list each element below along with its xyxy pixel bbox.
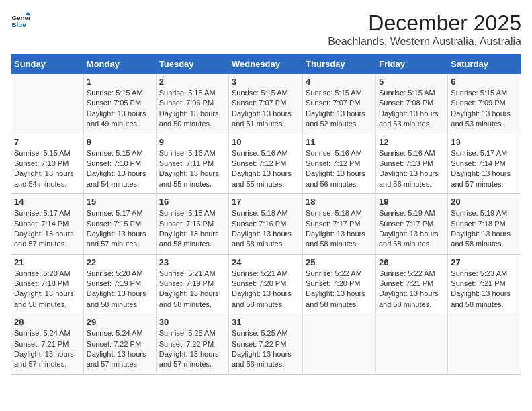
day-number: 19 — [379, 197, 445, 207]
day-number: 4 — [306, 77, 373, 87]
calendar-cell: 30Sunrise: 5:25 AM Sunset: 7:22 PM Dayli… — [156, 314, 228, 375]
days-header-row: SundayMondayTuesdayWednesdayThursdayFrid… — [11, 55, 521, 74]
day-number: 24 — [232, 257, 300, 267]
week-row-4: 28Sunrise: 5:24 AM Sunset: 7:21 PM Dayli… — [11, 314, 521, 375]
cell-content: Sunrise: 5:15 AM Sunset: 7:07 PM Dayligh… — [306, 88, 373, 130]
calendar-cell: 16Sunrise: 5:18 AM Sunset: 7:16 PM Dayli… — [156, 194, 228, 255]
day-number: 23 — [159, 257, 226, 267]
calendar-cell: 22Sunrise: 5:20 AM Sunset: 7:19 PM Dayli… — [83, 254, 156, 314]
cell-content: Sunrise: 5:24 AM Sunset: 7:22 PM Dayligh… — [87, 328, 153, 370]
cell-content: Sunrise: 5:21 AM Sunset: 7:20 PM Dayligh… — [232, 269, 300, 310]
calendar-cell: 23Sunrise: 5:21 AM Sunset: 7:19 PM Dayli… — [156, 254, 228, 314]
day-number: 28 — [14, 317, 81, 327]
calendar-cell: 28Sunrise: 5:24 AM Sunset: 7:21 PM Dayli… — [11, 314, 84, 375]
day-number: 6 — [451, 77, 518, 87]
calendar-cell: 21Sunrise: 5:20 AM Sunset: 7:18 PM Dayli… — [11, 254, 84, 314]
day-number: 5 — [379, 77, 445, 87]
col-header-monday: Monday — [83, 55, 156, 74]
day-number: 20 — [451, 197, 518, 207]
day-number: 18 — [306, 197, 373, 207]
cell-content: Sunrise: 5:23 AM Sunset: 7:21 PM Dayligh… — [451, 269, 518, 310]
cell-content: Sunrise: 5:17 AM Sunset: 7:15 PM Dayligh… — [87, 208, 153, 250]
day-number: 2 — [159, 77, 226, 87]
day-number: 21 — [14, 257, 81, 267]
day-number: 26 — [379, 257, 445, 267]
logo-icon: General Blue — [11, 11, 31, 31]
main-title: December 2025 — [328, 11, 521, 36]
svg-text:Blue: Blue — [12, 21, 27, 28]
calendar-cell: 5Sunrise: 5:15 AM Sunset: 7:08 PM Daylig… — [375, 74, 447, 134]
calendar-cell: 6Sunrise: 5:15 AM Sunset: 7:09 PM Daylig… — [448, 74, 521, 134]
col-header-sunday: Sunday — [11, 55, 84, 74]
logo: General Blue — [11, 11, 31, 31]
cell-content: Sunrise: 5:22 AM Sunset: 7:20 PM Dayligh… — [306, 269, 373, 310]
calendar-cell: 14Sunrise: 5:17 AM Sunset: 7:14 PM Dayli… — [11, 194, 84, 255]
day-number: 17 — [232, 197, 300, 207]
day-number: 13 — [451, 137, 518, 147]
cell-content: Sunrise: 5:17 AM Sunset: 7:14 PM Dayligh… — [451, 148, 518, 190]
cell-content: Sunrise: 5:15 AM Sunset: 7:07 PM Dayligh… — [232, 88, 300, 130]
cell-content: Sunrise: 5:17 AM Sunset: 7:14 PM Dayligh… — [14, 208, 81, 250]
cell-content: Sunrise: 5:18 AM Sunset: 7:16 PM Dayligh… — [159, 208, 226, 250]
day-number: 9 — [159, 137, 226, 147]
calendar-cell: 24Sunrise: 5:21 AM Sunset: 7:20 PM Dayli… — [229, 254, 303, 314]
cell-content: Sunrise: 5:15 AM Sunset: 7:09 PM Dayligh… — [451, 88, 518, 130]
title-area: December 2025 Beachlands, Western Austra… — [328, 11, 521, 48]
day-number: 22 — [87, 257, 153, 267]
cell-content: Sunrise: 5:20 AM Sunset: 7:19 PM Dayligh… — [87, 269, 153, 310]
calendar-cell: 3Sunrise: 5:15 AM Sunset: 7:07 PM Daylig… — [229, 74, 303, 134]
calendar-cell — [375, 314, 447, 375]
calendar-cell: 29Sunrise: 5:24 AM Sunset: 7:22 PM Dayli… — [83, 314, 156, 375]
calendar-cell: 4Sunrise: 5:15 AM Sunset: 7:07 PM Daylig… — [303, 74, 376, 134]
calendar-cell: 15Sunrise: 5:17 AM Sunset: 7:15 PM Dayli… — [83, 194, 156, 255]
calendar-cell: 12Sunrise: 5:16 AM Sunset: 7:13 PM Dayli… — [375, 134, 447, 194]
calendar-cell: 20Sunrise: 5:19 AM Sunset: 7:18 PM Dayli… — [448, 194, 521, 255]
calendar-cell: 17Sunrise: 5:18 AM Sunset: 7:16 PM Dayli… — [229, 194, 303, 255]
cell-content: Sunrise: 5:15 AM Sunset: 7:05 PM Dayligh… — [87, 88, 153, 130]
cell-content: Sunrise: 5:19 AM Sunset: 7:17 PM Dayligh… — [379, 208, 445, 250]
week-row-2: 14Sunrise: 5:17 AM Sunset: 7:14 PM Dayli… — [11, 194, 521, 255]
day-number: 27 — [451, 257, 518, 267]
cell-content: Sunrise: 5:19 AM Sunset: 7:18 PM Dayligh… — [451, 208, 518, 250]
day-number: 12 — [379, 137, 445, 147]
calendar-cell: 26Sunrise: 5:22 AM Sunset: 7:21 PM Dayli… — [375, 254, 447, 314]
day-number: 25 — [306, 257, 373, 267]
cell-content: Sunrise: 5:16 AM Sunset: 7:11 PM Dayligh… — [159, 148, 226, 190]
cell-content: Sunrise: 5:18 AM Sunset: 7:17 PM Dayligh… — [306, 208, 373, 250]
cell-content: Sunrise: 5:15 AM Sunset: 7:10 PM Dayligh… — [14, 148, 81, 190]
cell-content: Sunrise: 5:21 AM Sunset: 7:19 PM Dayligh… — [159, 269, 226, 310]
week-row-1: 7Sunrise: 5:15 AM Sunset: 7:10 PM Daylig… — [11, 134, 521, 194]
day-number: 10 — [232, 137, 300, 147]
calendar-cell: 18Sunrise: 5:18 AM Sunset: 7:17 PM Dayli… — [303, 194, 376, 255]
week-row-3: 21Sunrise: 5:20 AM Sunset: 7:18 PM Dayli… — [11, 254, 521, 314]
calendar-cell — [303, 314, 376, 375]
day-number: 3 — [232, 77, 300, 87]
day-number: 1 — [87, 77, 153, 87]
cell-content: Sunrise: 5:18 AM Sunset: 7:16 PM Dayligh… — [232, 208, 300, 250]
cell-content: Sunrise: 5:15 AM Sunset: 7:08 PM Dayligh… — [379, 88, 445, 130]
calendar-cell: 7Sunrise: 5:15 AM Sunset: 7:10 PM Daylig… — [11, 134, 84, 194]
calendar-cell: 27Sunrise: 5:23 AM Sunset: 7:21 PM Dayli… — [448, 254, 521, 314]
col-header-thursday: Thursday — [303, 55, 376, 74]
calendar-cell: 2Sunrise: 5:15 AM Sunset: 7:06 PM Daylig… — [156, 74, 228, 134]
col-header-friday: Friday — [375, 55, 447, 74]
calendar-cell — [448, 314, 521, 375]
cell-content: Sunrise: 5:16 AM Sunset: 7:12 PM Dayligh… — [232, 148, 300, 190]
cell-content: Sunrise: 5:22 AM Sunset: 7:21 PM Dayligh… — [379, 269, 445, 310]
col-header-wednesday: Wednesday — [229, 55, 303, 74]
header: General Blue December 2025 Beachlands, W… — [11, 11, 521, 48]
cell-content: Sunrise: 5:24 AM Sunset: 7:21 PM Dayligh… — [14, 328, 81, 370]
day-number: 29 — [87, 317, 153, 327]
cell-content: Sunrise: 5:16 AM Sunset: 7:13 PM Dayligh… — [379, 148, 445, 190]
cell-content: Sunrise: 5:16 AM Sunset: 7:12 PM Dayligh… — [306, 148, 373, 190]
cell-content: Sunrise: 5:25 AM Sunset: 7:22 PM Dayligh… — [159, 328, 226, 370]
day-number: 11 — [306, 137, 373, 147]
day-number: 14 — [14, 197, 81, 207]
col-header-tuesday: Tuesday — [156, 55, 228, 74]
cell-content: Sunrise: 5:20 AM Sunset: 7:18 PM Dayligh… — [14, 269, 81, 310]
day-number: 15 — [87, 197, 153, 207]
day-number: 7 — [14, 137, 81, 147]
cell-content: Sunrise: 5:15 AM Sunset: 7:06 PM Dayligh… — [159, 88, 226, 130]
subtitle: Beachlands, Western Australia, Australia — [328, 36, 521, 48]
cell-content: Sunrise: 5:15 AM Sunset: 7:10 PM Dayligh… — [87, 148, 153, 190]
